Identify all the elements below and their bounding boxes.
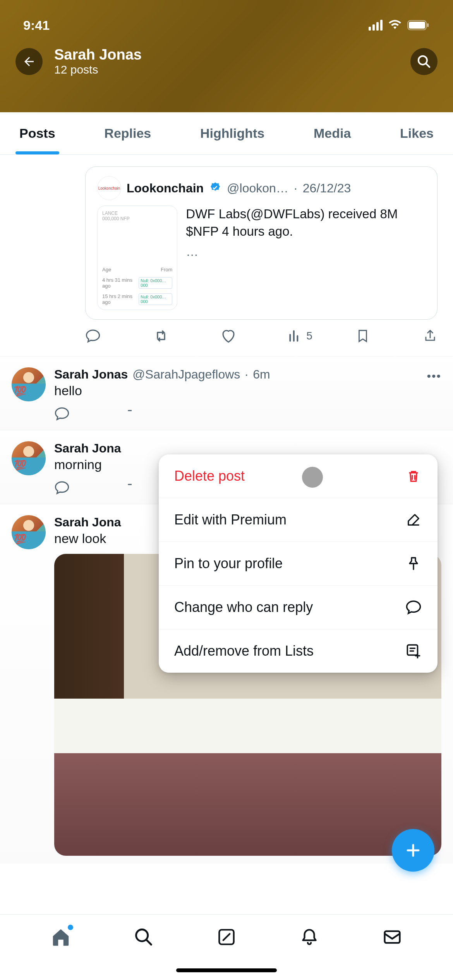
trash-icon — [405, 468, 422, 485]
avatar[interactable] — [12, 367, 46, 401]
menu-lists[interactable]: Add/remove from Lists — [159, 629, 438, 673]
like-button[interactable] — [220, 328, 288, 344]
thumb-r2-from: Null: 0x000…000 — [139, 293, 172, 305]
post-context-menu: Delete post Edit with Premium Pin to you… — [159, 454, 438, 673]
quote-account-name: Lookonchain — [127, 181, 204, 195]
share-button[interactable] — [423, 329, 438, 343]
separator-dot: · — [294, 181, 297, 195]
profile-header-area: 9:41 Sarah Jonas 12 posts — [0, 0, 453, 112]
home-indicator — [176, 968, 277, 972]
views-count: 5 — [306, 330, 312, 342]
verified-badge-icon — [209, 182, 221, 194]
profile-name: Sarah Jonas — [54, 46, 399, 63]
status-icons — [369, 20, 430, 31]
thumb-r2-age: 15 hrs 2 mins ago — [102, 293, 139, 305]
bookmark-button[interactable] — [355, 329, 423, 343]
pencil-icon — [405, 511, 422, 528]
thumb-label-2: 000,000 NFP — [102, 216, 172, 221]
status-bar: 9:41 — [0, 0, 453, 39]
menu-pin-profile[interactable]: Pin to your profile — [159, 542, 438, 586]
quote-ellipsis: … — [186, 245, 426, 259]
post-author-name: Sarah Jona — [54, 441, 121, 456]
pin-icon — [405, 555, 422, 572]
tab-highlights[interactable]: Highlights — [200, 112, 264, 154]
svg-rect-9 — [385, 931, 400, 943]
nav-messages[interactable] — [381, 926, 403, 948]
thumb-label-1: LANCE — [102, 211, 172, 216]
repost-button[interactable] — [124, 479, 132, 496]
profile-header: Sarah Jonas 12 posts — [0, 39, 453, 88]
status-time: 9:41 — [23, 18, 50, 33]
thumb-col-from: From — [161, 267, 172, 272]
search-button[interactable] — [410, 48, 438, 75]
reply-button[interactable] — [54, 405, 70, 422]
menu-lists-label: Add/remove from Lists — [174, 643, 314, 659]
quote-header: Lookonchain Lookonchain @lookon… · 26/12… — [97, 176, 426, 200]
menu-change-reply[interactable]: Change who can reply — [159, 586, 438, 629]
repost-button[interactable] — [153, 327, 220, 344]
notification-dot — [68, 925, 73, 930]
cellular-icon — [369, 20, 383, 31]
repost-button[interactable] — [124, 405, 132, 422]
tab-media[interactable]: Media — [314, 112, 351, 154]
header-titles: Sarah Jonas 12 posts — [54, 46, 399, 76]
tab-likes[interactable]: Likes — [400, 112, 434, 154]
tab-replies[interactable]: Replies — [104, 112, 151, 154]
thumb-r1-from: Null: 0x000…000 — [139, 277, 172, 289]
post-item[interactable]: Sarah Jonas @SarahJpageflows · 6m hello … — [0, 356, 453, 430]
compose-fab[interactable] — [392, 829, 434, 872]
svg-rect-1 — [409, 22, 425, 29]
avatar[interactable] — [12, 515, 46, 549]
wifi-icon — [388, 20, 402, 31]
quote-text: DWF Labs(@DWFLabs) received 8M $NFP 4 ho… — [186, 206, 426, 240]
menu-delete-label: Delete post — [174, 468, 245, 484]
post-time: 6m — [253, 367, 270, 382]
quote-date: 26/12/23 — [303, 181, 351, 195]
nav-home[interactable] — [50, 926, 72, 948]
nav-notifications[interactable] — [299, 926, 320, 948]
svg-rect-5 — [407, 645, 417, 655]
post-author-name: Sarah Jona — [54, 515, 121, 529]
speech-bubble-icon — [405, 599, 422, 616]
post-count: 12 posts — [54, 63, 399, 76]
list-add-icon — [405, 642, 422, 660]
separator-dot: · — [245, 367, 248, 382]
post-with-quote[interactable]: Lookonchain Lookonchain @lookon… · 26/12… — [0, 155, 453, 356]
thumb-r1-age: 4 hrs 31 mins ago — [102, 277, 139, 289]
post-actions-row: 5 — [85, 320, 438, 348]
post-text: hello — [54, 383, 441, 398]
quote-card[interactable]: Lookonchain Lookonchain @lookon… · 26/12… — [85, 166, 438, 320]
quote-handle: @lookon… — [227, 181, 288, 195]
quote-thumbnail: LANCE 000,000 NFP AgeFrom 4 hrs 31 mins … — [97, 206, 177, 310]
nav-compose[interactable] — [216, 926, 237, 948]
tab-posts[interactable]: Posts — [19, 112, 55, 154]
battery-icon — [407, 20, 430, 31]
menu-edit-premium[interactable]: Edit with Premium — [159, 498, 438, 542]
post-author-handle: @SarahJpageflows — [132, 367, 240, 382]
menu-edit-label: Edit with Premium — [174, 512, 287, 528]
menu-delete-post[interactable]: Delete post — [159, 454, 438, 498]
reply-button[interactable] — [85, 328, 153, 344]
thumb-col-age: Age — [102, 267, 111, 272]
avatar[interactable] — [12, 441, 46, 475]
nav-search[interactable] — [133, 926, 154, 948]
touch-indicator — [302, 467, 323, 488]
reply-button[interactable] — [54, 479, 70, 496]
menu-pin-label: Pin to your profile — [174, 555, 283, 572]
back-button[interactable] — [15, 48, 43, 75]
svg-rect-2 — [427, 23, 429, 27]
post-more-button[interactable]: ••• — [427, 370, 441, 383]
quote-avatar: Lookonchain — [97, 176, 121, 200]
quote-body: LANCE 000,000 NFP AgeFrom 4 hrs 31 mins … — [97, 206, 426, 310]
svg-line-7 — [146, 940, 151, 945]
svg-line-4 — [426, 63, 430, 67]
profile-tabs: Posts Replies Highlights Media Likes — [0, 112, 453, 155]
post-author-name: Sarah Jonas — [54, 367, 128, 382]
menu-reply-label: Change who can reply — [174, 599, 313, 615]
views-button[interactable]: 5 — [288, 329, 355, 343]
